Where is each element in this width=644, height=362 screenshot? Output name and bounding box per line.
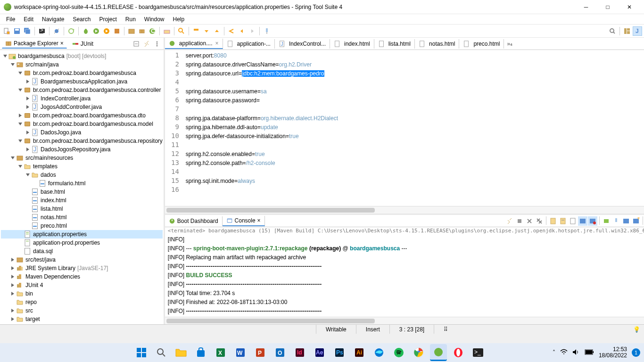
menu-help[interactable]: Help — [169, 15, 189, 24]
tree-package[interactable]: br.com.pedroaz.board.boardgamesbusca — [1, 69, 163, 77]
coverage-button[interactable] — [102, 26, 111, 36]
new-class-button[interactable]: C — [148, 26, 157, 36]
outlook-icon[interactable]: O — [272, 344, 289, 361]
close-button[interactable]: ✕ — [619, 0, 640, 14]
photoshop-icon[interactable]: Ps — [331, 344, 348, 361]
prev-annotation-button[interactable] — [212, 26, 222, 36]
terminal-button[interactable]: >_ — [37, 26, 47, 36]
editor-tab[interactable]: preco.html — [459, 39, 504, 49]
word-wrap-button[interactable] — [568, 216, 578, 226]
last-edit-button[interactable] — [227, 26, 236, 36]
view-menu-button[interactable] — [152, 39, 162, 49]
wifi-icon[interactable] — [560, 349, 568, 357]
terminate-button[interactable] — [515, 216, 524, 226]
tree-folder[interactable]: bin — [1, 289, 163, 298]
run-button[interactable] — [91, 26, 101, 36]
menu-navigate[interactable]: Navigate — [38, 15, 68, 24]
edge-icon[interactable] — [371, 344, 388, 361]
link-editor-button[interactable] — [142, 39, 151, 49]
close-icon[interactable]: × — [257, 217, 261, 224]
editor-tab[interactable]: application-... — [223, 39, 275, 49]
tray-clock[interactable]: 12:5318/08/2022 — [599, 346, 627, 359]
skip-breakpoints-button[interactable] — [52, 26, 61, 36]
editor-tab[interactable]: JIndexControl... — [275, 39, 330, 49]
tree-file[interactable]: data.sql — [1, 247, 163, 255]
tree-src-main-resources[interactable]: src/main/resources — [1, 154, 163, 162]
open-perspective-button[interactable] — [622, 26, 632, 36]
tabs-overflow[interactable]: »₄ — [504, 41, 515, 47]
tree-file-selected[interactable]: application.properties — [1, 230, 163, 239]
tree-src-test[interactable]: src/test/java — [1, 255, 163, 264]
debug-button[interactable] — [81, 26, 91, 36]
tree-folder[interactable]: repo — [1, 298, 163, 306]
menu-file[interactable]: File — [2, 15, 19, 24]
pin-console-button[interactable] — [611, 216, 621, 226]
run-last-button[interactable] — [112, 26, 122, 36]
tree-package[interactable]: br.com.pedroaz.board.boardgamesbusca.dto — [1, 111, 163, 120]
volume-icon[interactable] — [572, 349, 580, 357]
tree-folder[interactable]: dados — [1, 171, 163, 179]
tree-package[interactable]: br.com.pedroaz.board.boardgamesbusca.mod… — [1, 120, 163, 128]
scroll-lock-button[interactable] — [558, 216, 568, 226]
relaunch-button[interactable] — [66, 26, 76, 36]
forward-button[interactable] — [248, 26, 257, 36]
indesign-icon[interactable]: Id — [291, 344, 308, 361]
remove-all-button[interactable] — [535, 216, 544, 226]
start-button[interactable] — [133, 344, 150, 361]
battery-icon[interactable] — [585, 349, 594, 356]
tree-folder[interactable]: templates — [1, 162, 163, 171]
new-java-project-button[interactable] — [127, 26, 136, 36]
illustrator-icon[interactable]: Ai — [351, 344, 368, 361]
tree-file[interactable]: preco.html — [1, 222, 163, 230]
spotify-icon[interactable] — [390, 344, 407, 361]
save-all-button[interactable] — [23, 26, 32, 36]
editor-tab-active[interactable]: application....× — [165, 39, 223, 49]
save-button[interactable] — [12, 26, 22, 36]
system-tray[interactable]: ˄ 12:5318/08/2022 1 — [553, 346, 640, 359]
tree-java-file[interactable]: JIndexController.java — [1, 94, 163, 103]
project-tree[interactable]: boardgamesbusca[boot] [devtools] src/mai… — [0, 50, 164, 324]
tree-file[interactable]: index.html — [1, 196, 163, 205]
close-icon[interactable]: × — [60, 40, 64, 47]
editor-tab[interactable]: lista.html — [374, 39, 415, 49]
tip-icon[interactable]: 💡 — [633, 326, 640, 333]
console-action[interactable] — [505, 216, 514, 226]
explorer-icon[interactable] — [173, 344, 190, 361]
word-icon[interactable]: W — [232, 344, 249, 361]
display-console-button[interactable] — [602, 216, 611, 226]
open-type-button[interactable] — [162, 26, 172, 36]
tree-folder[interactable]: src — [1, 306, 163, 315]
package-explorer-tab[interactable]: Package Explorer × — [2, 39, 67, 49]
tree-package[interactable]: br.com.pedroaz.board.boardgamesbusca.con… — [1, 86, 163, 94]
tree-jre[interactable]: JRE System Library[JavaSE-17] — [1, 264, 163, 272]
new-button[interactable] — [2, 26, 11, 36]
terminal-icon[interactable]: >_ — [470, 344, 487, 361]
tree-file[interactable]: notas.html — [1, 213, 163, 222]
opera-icon[interactable] — [450, 344, 467, 361]
chrome-icon[interactable] — [410, 344, 427, 361]
tree-file[interactable]: base.html — [1, 188, 163, 196]
notifications-icon[interactable]: 1 — [632, 348, 640, 357]
tree-file[interactable]: lista.html — [1, 205, 163, 213]
menu-search[interactable]: Search — [68, 15, 95, 24]
editor-tab[interactable]: index.html — [330, 39, 374, 49]
new-console-button[interactable]: + — [631, 216, 641, 226]
junit-tab[interactable]: JUnit — [69, 39, 97, 49]
back-button[interactable] — [237, 26, 247, 36]
code-editor[interactable]: 12345678910111213141516 server.port:8080… — [165, 50, 644, 206]
tree-java-file[interactable]: JDadosJogo.java — [1, 128, 163, 137]
code-area[interactable]: server.port:8080 spring.datasource.drive… — [184, 50, 644, 206]
powerpoint-icon[interactable]: P — [252, 344, 269, 361]
remove-launch-button[interactable] — [525, 216, 534, 226]
toggle-mark-button[interactable] — [191, 26, 201, 36]
tree-folder[interactable]: target — [1, 315, 163, 323]
sts-icon[interactable] — [430, 344, 447, 361]
tree-project[interactable]: boardgamesbusca[boot] [devtools] — [1, 52, 163, 60]
aftereffects-icon[interactable]: Ae — [311, 344, 328, 361]
editor-tab[interactable]: notas.html — [415, 39, 459, 49]
collapse-all-button[interactable] — [132, 39, 141, 49]
new-package-button[interactable] — [137, 26, 147, 36]
console-scrollbar[interactable] — [165, 317, 644, 324]
menu-project[interactable]: Project — [95, 15, 121, 24]
tree-file[interactable]: Dockerfile — [1, 323, 163, 324]
